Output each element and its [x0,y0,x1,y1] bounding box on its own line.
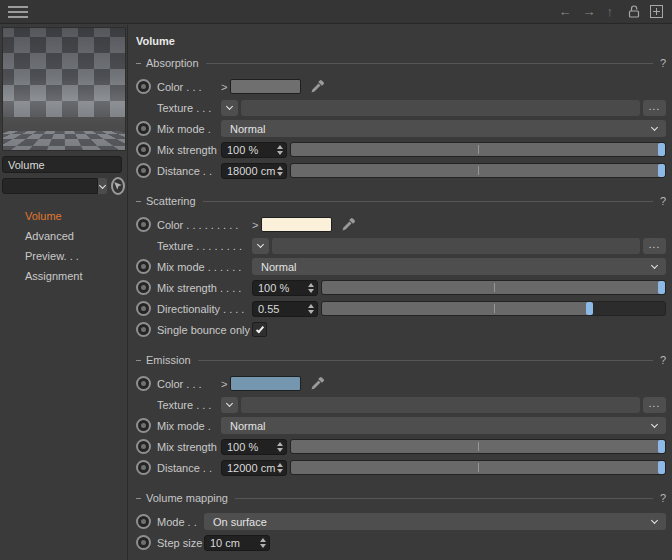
texture-preset-button[interactable] [252,238,269,254]
collapse-dash-icon[interactable] [136,63,141,64]
stepper-arrows-icon[interactable] [277,166,283,176]
lock-icon[interactable] [627,4,641,19]
collapse-dash-icon[interactable] [136,498,141,499]
filter-input[interactable] [2,178,98,194]
section-title: Scattering [146,195,196,207]
field-label: Mode . . [157,516,204,528]
mix-mode-select[interactable]: Normal [221,417,666,434]
keyframe-dot-icon[interactable] [136,280,151,295]
mapping-step-size-row: Step size 10 cm [136,532,666,553]
back-icon[interactable]: ← [559,5,572,18]
stepper-arrows-icon[interactable] [308,304,314,314]
color-swatch[interactable] [230,79,301,94]
texture-preset-button[interactable] [221,100,238,116]
collapse-dash-icon[interactable] [136,201,141,202]
keyframe-dot-icon[interactable] [136,535,151,550]
step-size-input[interactable]: 10 cm [204,535,270,551]
keyframe-dot-icon[interactable] [136,259,151,274]
color-swatch[interactable] [261,217,332,232]
stepper-arrows-icon[interactable] [277,145,283,155]
absorption-mix-strength-row: Mix strength 100 % [136,139,666,160]
scattering-mix-mode-row: Mix mode . . . . . . Normal [136,256,666,277]
up-icon[interactable]: ↑ [607,5,614,18]
material-preview[interactable] [2,27,126,151]
add-icon[interactable] [650,5,663,18]
slider-handle[interactable] [658,143,665,156]
stepper-arrows-icon[interactable] [277,442,283,452]
expand-arrow-icon[interactable]: > [221,378,230,390]
eyedropper-icon[interactable] [310,376,325,391]
keyframe-dot-icon[interactable] [136,79,151,94]
directionality-slider[interactable] [321,301,666,316]
keyframe-dot-icon[interactable] [136,301,151,316]
help-button[interactable]: ? [660,195,666,207]
color-swatch[interactable] [230,376,301,391]
mix-strength-input[interactable]: 100 % [221,439,287,455]
chevron-down-icon [652,424,657,427]
slider-handle[interactable] [658,440,665,453]
texture-browse-button[interactable]: ... [643,238,666,254]
keyframe-dot-icon[interactable] [136,142,151,157]
field-label: Mix mode . [157,123,221,135]
keyframe-dot-icon[interactable] [136,514,151,529]
mix-strength-slider[interactable] [290,439,666,454]
keyframe-dot-icon[interactable] [136,121,151,136]
slider-handle[interactable] [658,164,665,177]
preview-checker-floor [2,131,126,150]
nav-item-preview[interactable]: Preview. . . [0,247,127,267]
help-button[interactable]: ? [660,354,666,366]
distance-input[interactable]: 12000 cm [221,460,287,476]
slider-handle[interactable] [658,281,665,294]
nav-item-volume[interactable]: Volume [0,207,127,227]
keyframe-dot-icon[interactable] [136,460,151,475]
material-name-input[interactable] [2,156,122,173]
single-bounce-checkbox[interactable] [252,322,267,337]
mix-strength-input[interactable]: 100 % [252,280,318,296]
nav-item-advanced[interactable]: Advanced [0,227,127,247]
stepper-arrows-icon[interactable] [308,283,314,293]
keyframe-dot-icon[interactable] [136,376,151,391]
keyframe-dot-icon[interactable] [136,418,151,433]
texture-browse-button[interactable]: ... [643,100,666,116]
menu-icon[interactable] [8,3,28,21]
eyedropper-icon[interactable] [341,217,356,232]
texture-browse-button[interactable]: ... [643,397,666,413]
slider-handle[interactable] [658,461,665,474]
mapping-mode-row: Mode . . On surface [136,511,666,532]
stepper-arrows-icon[interactable] [277,463,283,473]
help-button[interactable]: ? [660,492,666,504]
collapse-dash-icon[interactable] [136,360,141,361]
keyframe-dot-icon[interactable] [136,439,151,454]
texture-path-field[interactable] [272,238,640,254]
texture-path-field[interactable] [241,100,640,116]
keyframe-dot-icon[interactable] [136,322,151,337]
mix-strength-slider[interactable] [321,280,666,295]
mix-strength-slider[interactable] [290,142,666,157]
texture-preset-button[interactable] [221,397,238,413]
distance-slider[interactable] [290,163,666,178]
keyframe-dot-icon[interactable] [136,217,151,232]
slider-center-tick [494,283,495,292]
directionality-input[interactable]: 0.55 [252,301,318,317]
expand-arrow-icon[interactable]: > [221,81,230,93]
eyedropper-icon[interactable] [310,79,325,94]
mix-strength-input[interactable]: 100 % [221,142,287,158]
distance-input[interactable]: 18000 cm [221,163,287,179]
cursor-arrow-icon [113,181,123,191]
chevron-down-icon [652,265,657,268]
help-button[interactable]: ? [660,57,666,69]
expand-arrow-icon[interactable]: > [252,219,261,231]
mix-mode-select[interactable]: Normal [221,120,666,137]
texture-path-field[interactable] [241,397,640,413]
scattering-mix-strength-row: Mix strength . . . . 100 % [136,277,666,298]
forward-icon[interactable]: → [583,5,596,18]
distance-slider[interactable] [290,460,666,475]
mapping-mode-select[interactable]: On surface [204,513,666,530]
slider-handle[interactable] [586,302,593,315]
nav-item-assignment[interactable]: Assignment [0,267,127,287]
filter-dropdown-button[interactable] [98,178,107,194]
mix-mode-select[interactable]: Normal [252,258,666,275]
keyframe-dot-icon[interactable] [136,163,151,178]
stepper-arrows-icon[interactable] [260,538,266,548]
pick-object-button[interactable] [111,177,125,195]
